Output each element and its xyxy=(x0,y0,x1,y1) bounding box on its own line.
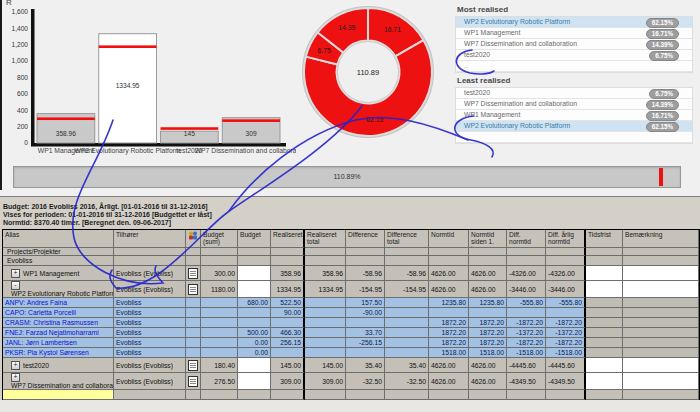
cell-normtid_siden: 4626.00 xyxy=(469,358,507,373)
table-row-WP2 Evolutionary Robotic Platform[interactable]: -WP2 Evolutionary Robotic PlatformEvobli… xyxy=(3,281,699,298)
realised-list-item[interactable]: WP1 Management16.71% xyxy=(456,110,692,121)
cell-tidsfrist xyxy=(586,358,623,373)
cell-alias[interactable]: JANL: Jørn Lambertsen xyxy=(3,338,114,348)
cell-tidsfrist xyxy=(586,256,623,266)
realised-list-item[interactable]: WP7 Dissemination and collaboration14.39… xyxy=(456,99,692,110)
cell-tilhorer: Evobliss xyxy=(114,318,186,328)
cell-icon xyxy=(186,298,201,308)
list-more-row[interactable]: .. xyxy=(456,61,692,72)
realised-list-item[interactable]: WP7 Dissemination and collaboration14.39… xyxy=(456,39,692,50)
column-header-difference[interactable]: Difference xyxy=(346,230,385,248)
cell-realiseret_total: 309.00 xyxy=(305,373,346,390)
table-row-test2020[interactable]: +test2020Evobliss (Evobliss)180.40145.00… xyxy=(3,358,699,373)
column-header-tidsfrist[interactable]: Tidsfrist xyxy=(586,230,623,248)
cell-normtid: 1518.00 xyxy=(429,348,469,358)
cell-bemaerkning xyxy=(623,308,699,318)
column-header-alias[interactable]: Alias xyxy=(3,230,114,248)
column-header-diff_aarlig[interactable]: Diff. årlig normtid xyxy=(546,230,586,248)
worksheet-icon[interactable] xyxy=(188,284,198,295)
table-row-JANL: Jørn Lambertsen[interactable]: JANL: Jørn LambertsenEvobliss0.00256.15-… xyxy=(3,338,699,348)
cell-diff_aarlig: -1372.20 xyxy=(546,328,586,338)
cell-alias[interactable]: CRASM: Christina Rasmussen xyxy=(3,318,114,328)
table-row-Projects/Projekter[interactable]: Projects/Projekter xyxy=(3,248,699,256)
x-axis xyxy=(31,143,286,147)
column-header-normtid_siden[interactable]: Normtid siden 1. jan xyxy=(469,230,507,248)
cell-difference_total xyxy=(385,248,429,256)
table-row-ANPV: Andres Faina[interactable]: ANPV: Andres FainaEvobliss680.00522.5015… xyxy=(3,298,699,308)
column-header-diff_normtid[interactable]: Diff. normtid xyxy=(507,230,546,248)
cell-budget_sum xyxy=(201,348,238,358)
table-row-Evobliss[interactable]: Evobliss xyxy=(3,256,699,266)
cell-budget_sum: 300.00 xyxy=(201,266,238,281)
cell-normtid xyxy=(429,248,469,256)
cell-realiseret: 358.96 xyxy=(271,266,305,281)
table-row-FNEJ: Farzad Nejatimoharrami[interactable]: FNEJ: Farzad NejatimoharramiEvobliss500.… xyxy=(3,328,699,338)
column-header-realiseret_total[interactable]: Realiseret total xyxy=(305,230,346,248)
cell-alias[interactable]: +WP7 Dissemination and collaboration xyxy=(3,373,114,390)
table-row-WP1 Management[interactable]: +WP1 ManagementEvobliss (Evobliss)300.00… xyxy=(3,266,699,281)
cell-budget_sum xyxy=(201,328,238,338)
budget-target-line xyxy=(37,117,95,120)
table-row-CRASM: Christina Rasmussen[interactable]: CRASM: Christina RasmussenEvobliss1872.2… xyxy=(3,318,699,328)
page-footer-strip xyxy=(0,400,700,412)
percent-badge: 16.71% xyxy=(646,111,679,122)
grid-header-row: AliasTilhørerBudget (sum)BudgetRealisere… xyxy=(3,230,699,248)
cell-alias[interactable]: FNEJ: Farzad Nejatimoharrami xyxy=(3,328,114,338)
expand-icon[interactable]: + xyxy=(11,373,20,382)
cell-normtid_siden: 1235.80 xyxy=(469,298,507,308)
worksheet-icon[interactable] xyxy=(188,376,198,387)
y-tick-label: 1,200 xyxy=(11,41,28,48)
cell-bemaerkning xyxy=(623,390,699,400)
column-header-realiseret[interactable]: Realiseret xyxy=(271,230,305,248)
cell-alias[interactable]: Projects/Projekter xyxy=(3,248,114,256)
cell-bemaerkning xyxy=(623,358,699,373)
cell-budget_sum xyxy=(201,256,238,266)
cell-tidsfrist xyxy=(586,266,623,281)
cell-diff_aarlig: -4349.50 xyxy=(546,373,586,390)
cell-alias[interactable]: PKSR: Pia Kystol Sørensen xyxy=(3,348,114,358)
cell-tilhorer: Evobliss xyxy=(114,338,186,348)
budget-input-cell[interactable] xyxy=(238,358,271,373)
item-label: test2020 xyxy=(464,89,490,96)
cell-bemaerkning xyxy=(623,256,699,266)
realised-list-item[interactable]: test20206.75% xyxy=(456,50,692,61)
table-section: Budget: 2016 Evobliss 2016, Årligt. [01-… xyxy=(0,196,700,412)
cell-diff_normtid: -555.80 xyxy=(507,298,546,308)
column-header-tilhorer[interactable]: Tilhører xyxy=(114,230,186,248)
cell-diff_aarlig: -4326.00 xyxy=(546,266,586,281)
expand-icon[interactable]: + xyxy=(11,361,20,370)
column-header-icon[interactable] xyxy=(186,230,201,248)
budget-input-cell[interactable] xyxy=(238,373,271,390)
realised-list-item[interactable]: WP2 Evolutionary Robotic Platform62.15% xyxy=(456,17,692,28)
list-more-row[interactable]: .. xyxy=(456,132,692,143)
table-row-WP7 Dissemination and collaboration[interactable]: +WP7 Dissemination and collaborationEvob… xyxy=(3,373,699,390)
cell-realiseret_total xyxy=(305,338,346,348)
cell-diff_normtid xyxy=(507,256,546,266)
column-header-budget[interactable]: Budget xyxy=(238,230,271,248)
column-header-budget_sum[interactable]: Budget (sum) xyxy=(201,230,238,248)
expand-icon[interactable]: + xyxy=(11,269,20,278)
table-row-new[interactable] xyxy=(3,390,699,400)
worksheet-icon[interactable] xyxy=(188,360,198,371)
realised-list-item[interactable]: WP2 Evolutionary Robotic Platform62.15% xyxy=(456,121,692,132)
collapse-icon[interactable]: - xyxy=(11,281,20,290)
cell-alias[interactable] xyxy=(3,390,114,400)
cell-alias[interactable]: ANPV: Andres Faina xyxy=(3,298,114,308)
column-header-difference_total[interactable]: Difference total xyxy=(385,230,429,248)
cell-alias[interactable]: Evobliss xyxy=(3,256,114,266)
realised-list-item[interactable]: WP1 Management16.71% xyxy=(456,28,692,39)
table-row-PKSR: Pia Kystol Sørensen[interactable]: PKSR: Pia Kystol SørensenEvobliss0.00151… xyxy=(3,348,699,358)
column-header-bemaerkning[interactable]: Bemærkning xyxy=(623,230,699,248)
percent-badge: 16.71% xyxy=(646,29,679,40)
worksheet-icon[interactable] xyxy=(188,268,198,279)
cell-alias[interactable]: +WP1 Management xyxy=(3,266,114,281)
cell-alias[interactable]: -WP2 Evolutionary Robotic Platform xyxy=(3,281,114,298)
table-row-CAPO: Carletta Porcelli[interactable]: CAPO: Carletta PorcelliEvobliss90.00-90.… xyxy=(3,308,699,318)
budget-input-cell[interactable] xyxy=(238,266,271,281)
cell-alias[interactable]: +test2020 xyxy=(3,358,114,373)
cell-alias[interactable]: CAPO: Carletta Porcelli xyxy=(3,308,114,318)
column-header-normtid[interactable]: Normtid xyxy=(429,230,469,248)
cell-tidsfrist xyxy=(586,308,623,318)
budget-input-cell[interactable] xyxy=(238,281,271,298)
realised-list-item[interactable]: test20206.75% xyxy=(456,88,692,99)
